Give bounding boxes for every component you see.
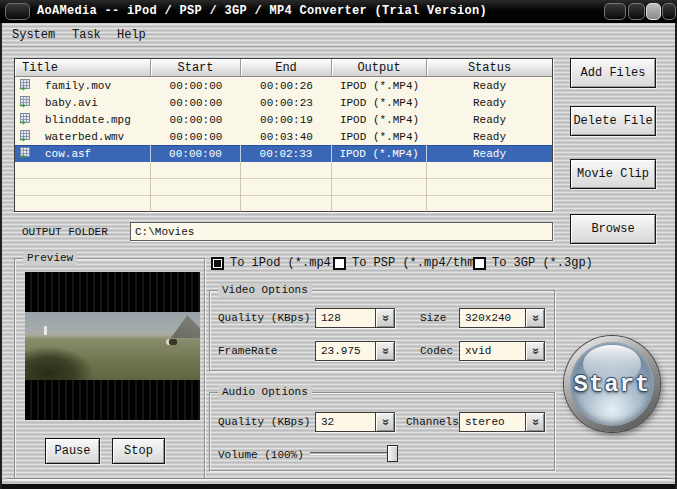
- table-row[interactable]: cow.asf 00:00:00 00:02:33 IPOD (*.MP4) R…: [15, 145, 552, 162]
- video-frame: [25, 312, 200, 380]
- file-output-format: IPOD (*.MP4): [332, 111, 427, 128]
- add-files-button[interactable]: Add Files: [570, 58, 656, 88]
- volume-slider-handle[interactable]: [387, 445, 398, 462]
- video-options-label: Video Options: [218, 284, 312, 297]
- volume-slider-track[interactable]: [310, 452, 398, 455]
- dropdown-arrow-icon[interactable]: »: [525, 309, 544, 327]
- volume-slider[interactable]: [310, 445, 398, 462]
- menu-bar: System Task Help: [2, 23, 675, 47]
- cattle-figure: [166, 339, 177, 345]
- file-title: waterbed.wmv: [45, 131, 124, 143]
- checkbox-icon[interactable]: [333, 257, 346, 270]
- browse-button[interactable]: Browse: [570, 214, 656, 244]
- checkbox-icon[interactable]: [473, 257, 486, 270]
- bottom-divider: [6, 478, 671, 480]
- file-table-empty-area: [15, 162, 552, 212]
- video-quality-label: Quality (KBps): [218, 312, 310, 324]
- shrub: [25, 347, 93, 380]
- file-start-time: 00:00:00: [151, 128, 241, 145]
- file-end-time: 00:02:33: [241, 145, 332, 162]
- menu-task[interactable]: Task: [72, 28, 101, 42]
- minimize-button[interactable]: [628, 3, 645, 20]
- clip-icon: [19, 130, 32, 143]
- close-button[interactable]: [662, 3, 676, 20]
- video-framerate-select[interactable]: 23.975 »: [315, 341, 395, 361]
- audio-quality-label: Quality (KBps): [218, 416, 310, 428]
- file-end-time: 00:00:23: [241, 94, 332, 111]
- file-end-time: 00:00:26: [241, 77, 332, 94]
- video-quality-select[interactable]: 128 »: [315, 308, 395, 328]
- file-title: cow.asf: [45, 148, 91, 160]
- audio-channels-select[interactable]: stereo »: [459, 412, 545, 432]
- col-header-output[interactable]: Output: [332, 59, 427, 76]
- file-end-time: 00:03:40: [241, 128, 332, 145]
- video-size-select[interactable]: 320x240 »: [459, 308, 545, 328]
- preview-group-label: Preview: [23, 252, 77, 265]
- audio-quality-select[interactable]: 32 »: [315, 412, 395, 432]
- table-row[interactable]: baby.avi 00:00:00 00:00:23 IPOD (*.MP4) …: [15, 94, 552, 111]
- video-codec-label: Codec: [420, 345, 453, 357]
- format-checkbox-3gp[interactable]: To 3GP (*.3gp): [473, 256, 593, 270]
- menu-system[interactable]: System: [12, 28, 55, 42]
- file-start-time: 00:00:00: [151, 77, 241, 94]
- titlebar-extra-button[interactable]: [604, 3, 626, 20]
- file-title: family.mov: [45, 80, 111, 92]
- dropdown-arrow-icon[interactable]: »: [375, 309, 394, 327]
- format-label: To PSP (*.mp4/thm): [352, 256, 482, 270]
- maximize-button[interactable]: [646, 3, 661, 20]
- col-header-start[interactable]: Start: [151, 59, 241, 76]
- file-title: baby.avi: [45, 97, 98, 109]
- movie-clip-button[interactable]: Movie Clip: [570, 159, 656, 189]
- file-status: Ready: [427, 145, 552, 162]
- table-row[interactable]: waterbed.wmv 00:00:00 00:03:40 IPOD (*.M…: [15, 128, 552, 145]
- file-output-format: IPOD (*.MP4): [332, 94, 427, 111]
- stop-button[interactable]: Stop: [112, 438, 165, 464]
- file-output-format: IPOD (*.MP4): [332, 77, 427, 94]
- clip-icon: [19, 113, 32, 126]
- app-icon[interactable]: [5, 3, 30, 20]
- file-start-time: 00:00:00: [151, 145, 241, 162]
- col-header-status[interactable]: Status: [427, 59, 552, 76]
- video-codec-select[interactable]: xvid »: [459, 341, 545, 361]
- table-row[interactable]: blinddate.mpg 00:00:00 00:00:19 IPOD (*.…: [15, 111, 552, 128]
- clip-icon: [19, 96, 32, 109]
- format-checkbox-psp[interactable]: To PSP (*.mp4/thm): [333, 256, 482, 270]
- table-row[interactable]: family.mov 00:00:00 00:00:26 IPOD (*.MP4…: [15, 77, 552, 94]
- file-start-time: 00:00:00: [151, 111, 241, 128]
- pause-button[interactable]: Pause: [45, 438, 100, 464]
- col-header-end[interactable]: End: [241, 59, 332, 76]
- volume-label: Volume (100%): [218, 449, 304, 461]
- menu-help[interactable]: Help: [117, 28, 146, 42]
- clip-icon: [19, 147, 32, 160]
- window-title: AoAMedia -- iPod / PSP / 3GP / MP4 Conve…: [37, 4, 487, 18]
- preview-video[interactable]: [25, 272, 200, 420]
- person-figure: [44, 326, 47, 335]
- file-status: Ready: [427, 77, 552, 94]
- file-end-time: 00:00:19: [241, 111, 332, 128]
- format-label: To 3GP (*.3gp): [492, 256, 593, 270]
- video-size-label: Size: [420, 312, 446, 324]
- format-label: To iPod (*.mp4): [230, 256, 338, 270]
- audio-options-label: Audio Options: [218, 386, 312, 399]
- dropdown-arrow-icon[interactable]: »: [525, 342, 544, 360]
- file-table: Title Start End Output Status family.mov…: [14, 58, 553, 212]
- col-header-title[interactable]: Title: [15, 59, 151, 76]
- dropdown-arrow-icon[interactable]: »: [375, 413, 394, 431]
- output-folder-input[interactable]: [130, 222, 553, 241]
- titlebar: AoAMedia -- iPod / PSP / 3GP / MP4 Conve…: [0, 0, 677, 23]
- checkbox-icon[interactable]: [211, 257, 224, 270]
- format-checkbox-ipod[interactable]: To iPod (*.mp4): [211, 256, 338, 270]
- dropdown-arrow-icon[interactable]: »: [525, 413, 544, 431]
- file-output-format: IPOD (*.MP4): [332, 128, 427, 145]
- start-button[interactable]: Start: [564, 336, 660, 432]
- file-title: blinddate.mpg: [45, 114, 131, 126]
- file-table-header: Title Start End Output Status: [15, 59, 552, 77]
- dropdown-arrow-icon[interactable]: »: [375, 342, 394, 360]
- mountain: [155, 315, 201, 338]
- video-framerate-label: FrameRate: [218, 345, 277, 357]
- clip-icon: [19, 79, 32, 92]
- file-table-body: family.mov 00:00:00 00:00:26 IPOD (*.MP4…: [15, 77, 552, 162]
- delete-file-button[interactable]: Delete File: [570, 106, 656, 136]
- file-start-time: 00:00:00: [151, 94, 241, 111]
- file-output-format: IPOD (*.MP4): [332, 145, 427, 162]
